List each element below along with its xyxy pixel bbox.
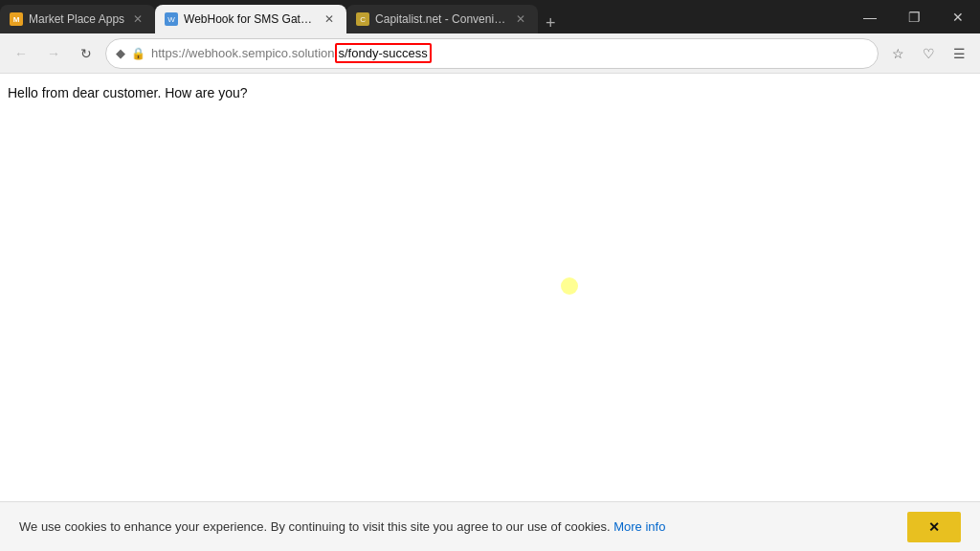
tab-webhook[interactable]: W WebHook for SMS Gateway ✕	[155, 5, 346, 33]
tabs-area: M Market Place Apps ✕ W WebHook for SMS …	[0, 0, 848, 33]
tab-favicon-webhook: W	[165, 12, 178, 26]
page-text: Hello from dear customer. How are you?	[8, 85, 972, 100]
tab-close-webhook[interactable]: ✕	[322, 11, 337, 28]
cookie-banner: We use cookies to enhance your experienc…	[0, 501, 980, 551]
tab-favicon-marketplace: M	[10, 12, 23, 26]
url-display: https://webhook.sempico.solutions/fondy-…	[151, 43, 868, 63]
bookmark-button[interactable]: ☆	[884, 40, 911, 67]
cookie-text: We use cookies to enhance your experienc…	[19, 519, 898, 534]
tab-label-capitalist: Capitalist.net - Convenient onli...	[375, 12, 507, 26]
tab-label-marketplace: Market Place Apps	[29, 12, 124, 26]
restore-button[interactable]: ❐	[892, 0, 936, 33]
minimize-button[interactable]: —	[848, 0, 892, 33]
url-highlighted-part: s/fondy-success	[335, 43, 432, 63]
url-normal-part: https://webhook.sempico.solution	[151, 46, 335, 60]
tab-marketplace[interactable]: M Market Place Apps ✕	[0, 5, 155, 33]
menu-button[interactable]: ☰	[946, 40, 972, 67]
back-button[interactable]: ←	[8, 40, 34, 67]
tab-favicon-capitalist: C	[356, 12, 369, 26]
tab-close-capitalist[interactable]: ✕	[513, 11, 528, 28]
refresh-button[interactable]: ↻	[73, 40, 100, 67]
tab-capitalist[interactable]: C Capitalist.net - Convenient onli... ✕	[346, 5, 538, 33]
window-controls: — ❐ ✕	[848, 0, 980, 33]
close-button[interactable]: ✕	[936, 0, 980, 33]
lock-icon: 🔒	[131, 47, 145, 60]
shield-icon: ◆	[116, 46, 125, 60]
title-bar: M Market Place Apps ✕ W WebHook for SMS …	[0, 0, 980, 33]
toolbar: ← → ↻ ◆ 🔒 https://webhook.sempico.soluti…	[0, 33, 980, 74]
tab-label-webhook: WebHook for SMS Gateway	[184, 12, 316, 26]
cookie-dismiss-button[interactable]: ✕	[907, 512, 961, 542]
favorites-button[interactable]: ♡	[915, 40, 942, 67]
forward-button[interactable]: →	[40, 40, 67, 67]
tab-close-marketplace[interactable]: ✕	[130, 11, 145, 28]
address-bar[interactable]: ◆ 🔒 https://webhook.sempico.solutions/fo…	[105, 38, 879, 69]
new-tab-button[interactable]: +	[538, 13, 564, 33]
page-content: Hello from dear customer. How are you?	[0, 74, 980, 501]
cookie-more-info-link[interactable]: More info	[613, 519, 665, 534]
cookie-message: We use cookies to enhance your experienc…	[19, 519, 611, 534]
toolbar-right: ☆ ♡ ☰	[884, 40, 972, 67]
